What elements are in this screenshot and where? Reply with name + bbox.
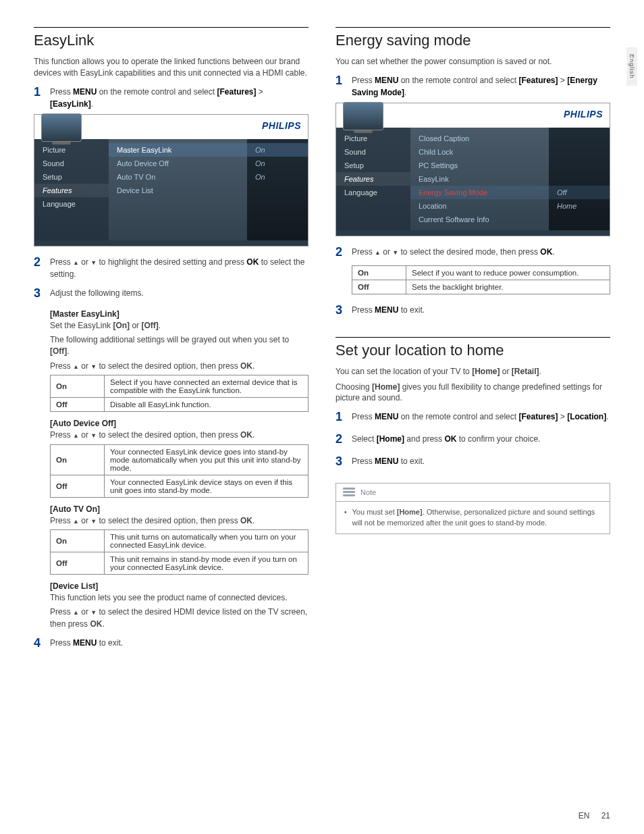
step-text: Press MENU on the remote control and sel… — [352, 72, 610, 99]
energy-intro: You can set whether the power consumptio… — [336, 56, 610, 68]
arrow-down-icon — [90, 361, 97, 371]
menu-value: Home — [549, 199, 610, 213]
tv-icon — [343, 102, 383, 130]
arrow-up-icon — [73, 430, 79, 440]
body-text: Press or to select the desired option, t… — [50, 361, 308, 372]
menu-value — [247, 184, 308, 189]
arrow-down-icon — [90, 607, 97, 617]
menu-value — [549, 213, 610, 226]
table-row: OnSelect if you have connected an extern… — [51, 375, 308, 398]
note-body: You must set [Home]. Otherwise, personal… — [352, 507, 601, 528]
menu-item: EasyLink — [410, 172, 549, 186]
sub-master-head: [Master EasyLink] — [50, 309, 308, 319]
body-text: Press or to select the desired option, t… — [50, 429, 308, 441]
menu-value: Off — [549, 186, 610, 199]
option-table-autotv: OnThis unit turns on automatically when … — [50, 529, 308, 575]
step-text: Press or to select the desired mode, the… — [352, 243, 610, 261]
sub-devlist-head: [Device List] — [50, 581, 308, 591]
menu-value: On — [247, 143, 308, 157]
tv-menu-energy: PHILIPS Picture Sound Setup Features Lan… — [336, 103, 610, 236]
step-text: Press or to highlight the desired settin… — [50, 253, 308, 280]
arrow-down-icon — [90, 516, 97, 525]
menu-value: On — [247, 170, 308, 184]
option-table-master: OnSelect if you have connected an extern… — [50, 375, 308, 412]
bullet-icon: • — [344, 508, 347, 528]
brand-logo: PHILIPS — [564, 109, 603, 120]
step-number: 1 — [336, 408, 345, 426]
step-number: 4 — [34, 634, 43, 652]
menu-value — [549, 172, 610, 186]
sidebar-item-picture: Picture — [34, 143, 109, 157]
sidebar-item-setup: Setup — [34, 170, 109, 184]
menu-item: Current Software Info — [410, 213, 549, 226]
step-number: 1 — [336, 72, 345, 99]
arrow-up-icon — [375, 247, 381, 257]
right-column: Energy saving mode You can set whether t… — [336, 27, 610, 656]
language-tab: English — [626, 47, 637, 86]
body-text: You can set the location of your TV to [… — [336, 366, 610, 377]
menu-item: Device List — [109, 184, 247, 197]
heading-energy: Energy saving mode — [336, 27, 610, 49]
menu-value — [549, 159, 610, 172]
tv-icon — [41, 113, 82, 142]
arrow-down-icon — [392, 247, 398, 257]
sidebar-item-picture: Picture — [336, 132, 410, 145]
arrow-down-icon — [90, 257, 97, 267]
footer-page: 21 — [601, 811, 610, 820]
heading-easylink: EasyLink — [34, 27, 308, 49]
step-number: 3 — [336, 301, 345, 319]
note-icon — [343, 488, 355, 497]
page-footer: EN 21 — [579, 811, 610, 820]
left-column: EasyLink This function allows you to ope… — [34, 27, 308, 656]
option-table-energy: OnSelect if you want to reduce power con… — [352, 265, 610, 294]
table-row: OnYour connected EasyLink device goes in… — [51, 444, 308, 475]
body-text: This function lets you see the product n… — [50, 592, 308, 604]
step-number: 2 — [336, 243, 345, 261]
body-text: Press or to select the desired HDMI devi… — [50, 606, 308, 630]
tv-sidebar: Picture Sound Setup Features Language — [34, 139, 109, 240]
table-row: OnThis unit turns on automatically when … — [51, 529, 308, 552]
sidebar-item-language: Language — [336, 186, 410, 199]
step-number: 3 — [34, 284, 43, 303]
step-text: Select [Home] and press OK to confirm yo… — [352, 430, 610, 448]
step-text: Press MENU to exit. — [50, 634, 308, 652]
brand-logo: PHILIPS — [262, 120, 301, 131]
sidebar-item-sound: Sound — [336, 145, 410, 159]
menu-item: PC Settings — [410, 159, 549, 172]
step-number: 3 — [336, 452, 345, 471]
table-row: OffThis unit remains in stand-by mode ev… — [51, 552, 308, 574]
heading-location: Set your location to home — [336, 337, 610, 359]
sidebar-item-setup: Setup — [336, 159, 410, 172]
arrow-up-icon — [73, 516, 79, 525]
menu-item: Master EasyLink — [109, 143, 247, 157]
menu-value — [549, 145, 610, 159]
menu-item: Auto Device Off — [109, 157, 247, 170]
table-row: OffYour connected EasyLink device stays … — [51, 475, 308, 497]
step-number: 2 — [34, 253, 43, 280]
menu-item: Closed Caption — [410, 132, 549, 145]
sidebar-item-language: Language — [34, 197, 109, 211]
sub-autotv-head: [Auto TV On] — [50, 504, 308, 514]
step-number: 1 — [34, 83, 43, 110]
sidebar-item-sound: Sound — [34, 157, 109, 170]
menu-item: Child Lock — [410, 145, 549, 159]
body-text: Choosing [Home] gives you full flexibili… — [336, 382, 610, 405]
menu-value: On — [247, 157, 308, 170]
step-number: 2 — [336, 430, 345, 448]
table-row: OffSets the backlight brighter. — [352, 280, 610, 294]
menu-item: Location — [410, 199, 549, 213]
menu-value — [549, 132, 610, 145]
tv-sidebar: Picture Sound Setup Features Language — [336, 128, 410, 230]
easylink-intro: This function allows you to operate the … — [34, 56, 308, 79]
sidebar-item-features: Features — [34, 184, 109, 197]
sidebar-item-features: Features — [336, 172, 410, 186]
arrow-up-icon — [73, 361, 79, 371]
step-text: Press MENU on the remote control and sel… — [50, 83, 308, 110]
step-text: Adjust the following items. — [50, 284, 308, 303]
menu-item: Auto TV On — [109, 170, 247, 184]
sub-auto-off-head: [Auto Device Off] — [50, 419, 308, 428]
step-text: Press MENU on the remote control and sel… — [352, 408, 610, 426]
note-box: Note • You must set [Home]. Otherwise, p… — [336, 483, 610, 534]
option-table-auto-off: OnYour connected EasyLink device goes in… — [50, 444, 308, 498]
note-title: Note — [360, 488, 376, 496]
